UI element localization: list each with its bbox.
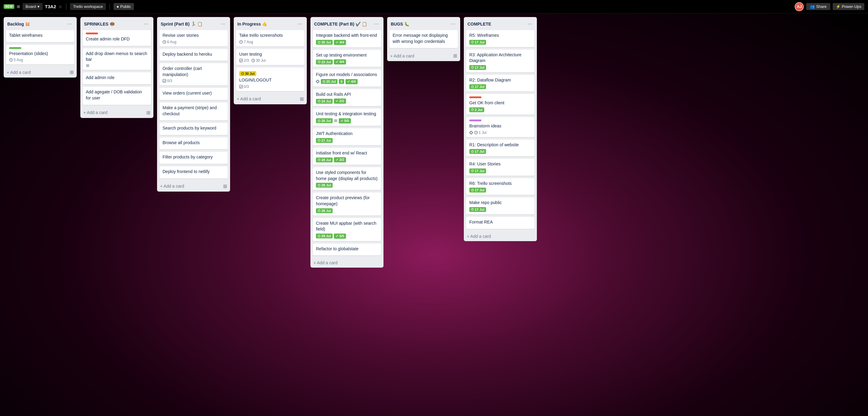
list-menu-backlog[interactable]: ··· [66, 20, 73, 28]
card-view-orders[interactable]: View orders (current user) [159, 88, 228, 100]
list-cards-sprinkles: Create admin role DFD Add drop down menu… [80, 30, 153, 107]
list-menu-bugs[interactable]: ··· [450, 20, 457, 28]
list-title-bugs: BUGS 🐛 [391, 22, 450, 27]
card-format-rea[interactable]: Format REA [466, 217, 534, 229]
card-r5-wireframes[interactable]: R5: Wireframes 17 Jul [466, 30, 534, 47]
card-deploy-frontend[interactable]: Deploy frontend to netlify [159, 166, 228, 178]
list-menu-complete-b[interactable]: ··· [373, 20, 380, 28]
card-make-repo-public[interactable]: Make repo public 17 Jul [466, 197, 534, 214]
card-drop-down-menus[interactable]: Add drop down menus to search bar [83, 48, 151, 70]
card-mui-appbar[interactable]: Create MUI appbar (with search field) 29… [313, 218, 381, 241]
board-area: Backlog 🐹 ··· Tablet wireframes Presenta… [0, 13, 868, 416]
list-cards-complete-r: R5: Wireframes 17 Jul R3: Application Ar… [464, 30, 537, 232]
add-card-complete-r[interactable]: + Add a card [464, 232, 537, 241]
list-bugs: BUGS 🐛 ··· Error message not displaying … [387, 17, 460, 61]
card-deploy-backend[interactable]: Deploy backend to heroku [159, 49, 228, 61]
share-button[interactable]: 👥 Share [806, 3, 830, 10]
add-card-bugs[interactable]: + Add a card ⊞ [387, 50, 460, 61]
card-init-react[interactable]: Initialise front end w/ React 28 Jul ✓ 2… [313, 148, 381, 165]
card-meta [86, 64, 148, 68]
list-header-bugs: BUGS 🐛 ··· [387, 17, 460, 30]
add-card-sprint-b[interactable]: + Add a card ⊞ [157, 181, 230, 192]
list-complete-r: COMPLETE ··· R5: Wireframes 17 Jul R3: A… [464, 17, 537, 241]
list-header-complete-b: COMPLETE (Part B) ✔️ 📋 ··· [310, 17, 383, 30]
card-r1-description[interactable]: R1: Description of website 17 Jul [466, 140, 534, 157]
card-admin-role-dfd[interactable]: Create admin role DFD [83, 30, 151, 46]
new-badge: NEW [4, 4, 14, 9]
card-order-controller[interactable]: Order controller (cart manipulation) 0/3 [159, 63, 228, 85]
add-card-template-icon: ⊞ [70, 69, 74, 75]
list-header-in-progress: In Progress 🤙 ··· [234, 17, 307, 30]
visibility-button[interactable]: ● Public [114, 3, 134, 10]
card-revise-user-stories[interactable]: Revise user stories 6 Aug [159, 30, 228, 46]
svg-rect-2 [86, 65, 89, 66]
header-divider2 [110, 4, 110, 10]
share-icon: 👥 [810, 4, 815, 9]
avatar: AJ [795, 2, 804, 11]
card-integrate-backend-frontend[interactable]: Integrate backend with front-end 30 Jul … [313, 30, 381, 47]
card-tablet-wireframes[interactable]: Tablet wireframes [6, 30, 74, 42]
card-label-green [9, 47, 21, 49]
board-title: T3A2 [45, 4, 56, 9]
svg-rect-18 [334, 119, 337, 120]
list-menu-sprint-b[interactable]: ··· [219, 20, 226, 28]
card-unit-testing[interactable]: Unit testing & integration testing 26 Ju… [313, 109, 381, 126]
list-menu-sprinkles[interactable]: ··· [143, 20, 150, 28]
card-browse-all-products[interactable]: Browse all products [159, 137, 228, 150]
list-header-complete-r: COMPLETE ··· [464, 17, 537, 30]
card-product-previews[interactable]: Create product previews (for homepage) 2… [313, 193, 381, 215]
svg-rect-20 [334, 121, 337, 122]
add-card-backlog[interactable]: + Add a card ⊞ [4, 67, 77, 77]
workspace-button[interactable]: Trello workspace [70, 3, 106, 10]
card-search-products-keyword[interactable]: Search products by keyword [159, 123, 228, 135]
card-refactor-globalstate[interactable]: Refactor to globalstate [313, 244, 381, 256]
list-sprinkles: SPRINKLES 🍩 ··· Create admin role DFD Ad… [80, 17, 153, 118]
list-header-sprinkles: SPRINKLES 🍩 ··· [80, 17, 153, 30]
card-styled-components[interactable]: Use styled components for home page (dis… [313, 167, 381, 190]
list-title-complete-b: COMPLETE (Part B) ✔️ 📋 [314, 22, 373, 27]
list-in-progress: In Progress 🤙 ··· Take trello screenshot… [234, 17, 307, 104]
card-r6-trello-screenshots[interactable]: R6: Trello screenshots 17 Jul [466, 178, 534, 195]
svg-rect-1 [86, 65, 89, 65]
card-payment-stripe[interactable]: Make a payment (stripe) and checkout [159, 102, 228, 120]
add-card-template-icon-bugs: ⊞ [453, 53, 457, 59]
card-label-red [86, 33, 98, 34]
card-presentation-slides[interactable]: Presentation (slides) 5 Aug [6, 45, 74, 65]
badge-yellow-date: 30 Jul [239, 71, 256, 76]
header: NEW ⊞ Board ▾ T3A2 ☆ Trello workspace ● … [0, 0, 868, 13]
card-r3-architecture[interactable]: R3: Application Architecture Diagram 17 … [466, 49, 534, 72]
card-get-ok-client[interactable]: Get OK from client 2 Jul [466, 94, 534, 115]
list-backlog: Backlog 🐹 ··· Tablet wireframes Presenta… [4, 17, 77, 77]
card-add-admin-role[interactable]: Add admin role [83, 72, 151, 84]
card-rails-api[interactable]: Build out Rails API 24 Jul ✓ 2/2 [313, 89, 381, 106]
card-label-red2 [469, 96, 482, 98]
card-brainstorm[interactable]: Brainstorm ideas 1 Jul [466, 117, 534, 137]
add-card-sprinkles[interactable]: + Add a card ⊞ [80, 107, 153, 118]
power-ups-button[interactable]: ⚡ Power-Ups [833, 3, 864, 10]
list-title-in-progress: In Progress 🤙 [238, 22, 296, 27]
star-icon[interactable]: ☆ [58, 4, 62, 9]
list-menu-in-progress[interactable]: ··· [296, 20, 303, 28]
list-cards-backlog: Tablet wireframes Presentation (slides) … [4, 30, 77, 67]
svg-rect-3 [86, 66, 89, 67]
list-menu-complete-r[interactable]: ··· [526, 20, 533, 28]
add-card-complete-b[interactable]: + Add a card [310, 258, 383, 268]
list-title-sprint-b: Sprint (Part B) 🏃 📋 [161, 22, 219, 27]
card-jwt-auth[interactable]: JWT Authentication 27 Jul [313, 128, 381, 145]
board-menu-button[interactable]: Board ▾ [23, 3, 42, 10]
header-right: AJ 👥 Share ⚡ Power-Ups [795, 2, 864, 11]
card-r4-user-stories[interactable]: R4: User Stories 17 Jul [466, 159, 534, 176]
card-error-message[interactable]: Error message not displaying with wrong … [390, 30, 458, 48]
list-cards-sprint-b: Revise user stories 6 Aug Deploy backend… [157, 30, 230, 181]
card-user-testing[interactable]: User testing 2/3 30 Jul [236, 49, 304, 65]
card-agegate-dob[interactable]: Add agegate / DOB validation for user [83, 87, 151, 105]
card-login-logout[interactable]: 30 Jul LOGIN/LOGOUT 0/3 [236, 68, 304, 91]
card-setup-testing[interactable]: Set up testing environment 23 Jul ✓ 4/4 [313, 50, 381, 67]
card-r2-dataflow[interactable]: R2: Dataflow Diagram 17 Jul [466, 75, 534, 92]
card-trello-screenshots[interactable]: Take trello screenshots 7 Aug [236, 30, 304, 46]
card-meta: 5 Aug [9, 58, 71, 62]
card-models-associations[interactable]: Figure out models / associations 25 Jul … [313, 69, 381, 87]
card-filter-products-category[interactable]: Filter products by category [159, 152, 228, 164]
list-complete-b: COMPLETE (Part B) ✔️ 📋 ··· Integrate bac… [310, 17, 383, 268]
add-card-in-progress[interactable]: + Add a card ⊞ [234, 94, 307, 104]
